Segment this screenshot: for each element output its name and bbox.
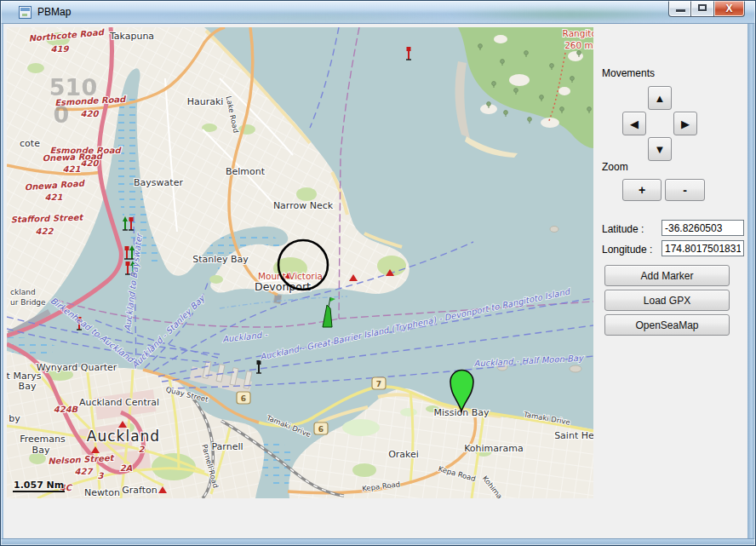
map-label: Wynyard Quarter (37, 362, 117, 373)
map-label: Takapuna (109, 31, 154, 42)
app-icon (19, 6, 32, 19)
map-label: Rangitoto (563, 28, 593, 38)
map-label: ur Bridge (10, 298, 46, 307)
longitude-input[interactable] (662, 240, 744, 256)
left-arrow-icon: ◀ (630, 118, 639, 130)
map-label: 427 (75, 467, 94, 476)
move-down-button[interactable]: ▼ (648, 137, 672, 161)
latitude-label: Latitude : (602, 223, 644, 235)
move-left-button[interactable]: ◀ (622, 112, 646, 135)
map-label: Kohimarama (464, 443, 524, 454)
map-label: 1.057 Nm (14, 480, 64, 491)
window-title: PBMap (37, 6, 71, 18)
map-label: 0 (54, 101, 70, 128)
map-image: 667 TakapunaNorthcote Road419Esmonde Roa… (7, 27, 593, 498)
close-icon: X (725, 3, 732, 14)
map-label: Narrow Neck (273, 200, 334, 211)
zoom-label: Zoom (602, 161, 628, 173)
map-label: Parnell (211, 441, 243, 452)
map-label: Devonport (255, 280, 311, 293)
app-window: { "window": { "title": "PBMap", "close_g… (0, 0, 756, 546)
map-label: 420 (81, 109, 100, 118)
load-gpx-button[interactable]: Load GPX (604, 290, 730, 311)
latitude-input[interactable] (662, 220, 744, 236)
map-label: Orakei (388, 449, 419, 460)
map-label: Bay (19, 381, 37, 392)
map-label: 422 (36, 227, 54, 236)
window-frame-right (747, 24, 756, 538)
road-shield-label: 6 (241, 394, 246, 403)
glass-reflection (153, 12, 460, 24)
map-label: 421 (63, 164, 81, 174)
minimize-button[interactable] (668, 0, 691, 17)
down-arrow-icon: ▼ (655, 143, 666, 156)
glass-reflection (443, 7, 698, 22)
map-label: ckland (10, 288, 36, 296)
map-label: Hauraki (187, 96, 224, 107)
plus-icon: + (639, 183, 645, 197)
add-marker-button[interactable]: Add Marker (604, 265, 730, 286)
map-label: Freemans (20, 434, 66, 445)
zoom-in-button[interactable]: + (622, 179, 662, 201)
zoom-out-button[interactable]: - (665, 179, 705, 201)
title-bar[interactable]: PBMap X (0, 0, 756, 24)
close-button[interactable]: X (714, 0, 745, 17)
map-label: 260 m (564, 40, 593, 50)
map-label: 419 (51, 44, 70, 54)
right-arrow-icon: ▶ (681, 118, 690, 130)
road-shield-label: 7 (376, 380, 381, 388)
minimize-icon (676, 9, 685, 12)
map-label: Auckland Central (79, 397, 159, 408)
map-label: Bay (32, 445, 50, 456)
window-frame-bottom (0, 538, 756, 546)
longitude-label: Longitude : (602, 244, 652, 256)
road-shield-label: 6 (318, 425, 324, 434)
map-label: 2A (120, 463, 133, 473)
maximize-button[interactable] (691, 0, 714, 17)
map-label: Stanley Bay (192, 254, 249, 265)
map-label: cote (20, 138, 40, 149)
map-label: Newton (84, 487, 120, 498)
map-label: Auckland (87, 428, 160, 445)
map-label: Grafton (122, 485, 158, 496)
move-up-button[interactable]: ▲ (648, 86, 672, 110)
map-view[interactable]: 667 TakapunaNorthcote Road419Esmonde Roa… (7, 27, 593, 498)
openseamap-button[interactable]: OpenSeaMap (604, 314, 730, 336)
map-label: 510 (49, 74, 97, 101)
map-label: 424B (54, 405, 79, 414)
map-label: Bayswater (134, 177, 183, 188)
movements-label: Movements (602, 67, 655, 79)
map-label: 3 (98, 471, 105, 480)
maximize-icon (698, 4, 707, 11)
move-right-button[interactable]: ▶ (673, 112, 697, 135)
window-frame-left (0, 24, 3, 538)
map-label: by (9, 413, 20, 424)
map-label: Saint Heliers (554, 430, 593, 441)
map-label: 421 (45, 193, 63, 202)
minus-icon: - (683, 183, 687, 197)
map-label: 2 (139, 445, 146, 454)
map-label: Belmont (226, 166, 266, 177)
up-arrow-icon: ▲ (655, 92, 666, 105)
